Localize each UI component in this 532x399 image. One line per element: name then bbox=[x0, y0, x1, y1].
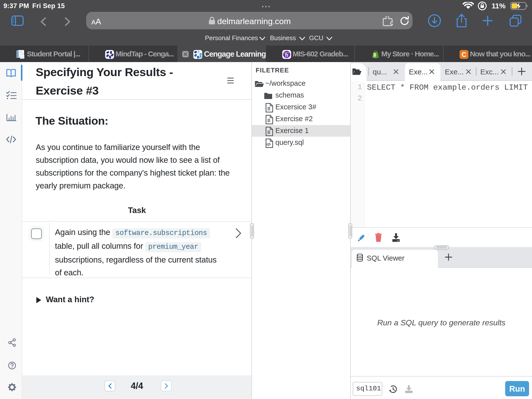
svg-text:h: h bbox=[285, 52, 288, 58]
svg-text:S: S bbox=[373, 53, 376, 57]
svg-text:C: C bbox=[462, 51, 466, 58]
